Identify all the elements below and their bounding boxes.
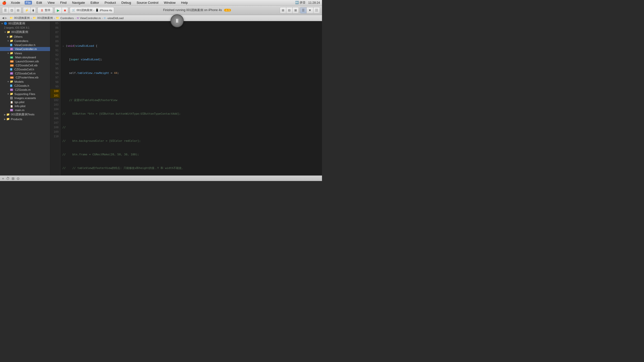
breakpoints-btn[interactable]: ⧫ xyxy=(31,7,36,13)
sidebar-item-models[interactable]: ▼ 📁 Models xyxy=(0,79,50,84)
ln-106: 106 xyxy=(50,116,60,121)
code-area[interactable]: 85 86 87 88 89 90 91 92 93 94 95 96 97 9… xyxy=(50,21,322,175)
m-file-icon-czgoods: m xyxy=(10,88,13,91)
sidebar-item-tests[interactable]: ▶ 📁 001团购案例Tests xyxy=(0,112,50,117)
menu-debug[interactable]: Debug xyxy=(120,1,132,5)
sidebar-item-supporting-files[interactable]: ▼ 📁 Supporting Files xyxy=(0,92,50,96)
ln-92: 92 xyxy=(50,53,60,57)
debug-toggle-btn[interactable]: ⊡ xyxy=(9,7,15,13)
editor-pane: 85 86 87 88 89 90 91 92 93 94 95 96 97 9… xyxy=(50,21,322,175)
stop-button[interactable]: ⏸ 暂停 xyxy=(37,7,53,14)
menu-xcode[interactable]: Xcode xyxy=(10,1,21,5)
toolbar-right: ⊞ ⊟ ⊠ ☰ ▼ ☷ xyxy=(280,7,320,14)
run-btn[interactable]: ▶ xyxy=(55,7,62,13)
sidebar-item-tgs-plist[interactable]: 📋 tgs.plist xyxy=(0,100,50,104)
ln-102: 102 xyxy=(50,98,60,103)
project-name: 001团购案例 xyxy=(8,22,25,25)
menu-find[interactable]: Find xyxy=(59,1,67,5)
project-root[interactable]: ▼ 🔵 001团购案例 xyxy=(0,21,50,26)
sidebar-item-czgoodscell-xib[interactable]: xib CZGoodsCell.xib xyxy=(0,63,50,67)
sidebar-item-czgoods-m[interactable]: m CZGoods.m xyxy=(0,88,50,92)
line-numbers: 85 86 87 88 89 90 91 92 93 94 95 96 97 9… xyxy=(50,21,60,175)
sidebar-item-info-plist[interactable]: 📋 Info.plist xyxy=(0,104,50,108)
sidebar-item-czgoodscell-m[interactable]: m CZGoodsCell.m xyxy=(0,71,50,75)
sidebar-item-others[interactable]: ▶ 📁 Others xyxy=(0,34,50,39)
plist-icon-tgs: 📋 xyxy=(10,101,13,104)
sidebar: ▼ 🔵 001团购案例 2 targets, iOS SDK 8.1 ▼ 📁 0… xyxy=(0,21,50,175)
warning-badge: ⚠ 1 xyxy=(224,9,231,12)
tests-folder-icon: 📁 xyxy=(6,113,10,116)
code-line-94: // btn.frame = CGRectMake(20, 50, 30, 10… xyxy=(62,152,322,157)
run-stop-buttons: ▶ ■ xyxy=(55,7,68,14)
history-btn[interactable]: ⏱ xyxy=(6,176,10,180)
inspector-toggle-btn[interactable]: ⊟ xyxy=(15,7,21,13)
breadcrumb-controllers[interactable]: Controllers xyxy=(60,17,74,20)
ln-99: 99 xyxy=(50,84,60,89)
menu-editor[interactable]: Editor xyxy=(90,1,100,5)
sidebar-item-launchscreen[interactable]: xib LaunchScreen.xib xyxy=(0,59,50,63)
sb-file-icon: sb xyxy=(10,56,13,59)
m-file-icon: m xyxy=(10,48,13,50)
pause-overlay-btn[interactable]: ⏸ xyxy=(171,14,184,27)
sidebar-item-viewcontroller-m[interactable]: m ViewController.m xyxy=(0,47,50,51)
layout-btn[interactable]: ⊞ xyxy=(12,176,15,180)
sidebar-item-controllers[interactable]: ▼ 📁 Controllers xyxy=(0,39,50,43)
sidebar-item-main-m[interactable]: m main.m xyxy=(0,108,50,112)
code-content[interactable]: - (void)viewDidLoad { [super viewDidLoad… xyxy=(60,21,322,175)
menu-help[interactable]: Help xyxy=(180,1,189,5)
breadcrumb-group[interactable]: 001团购案例 xyxy=(37,16,53,20)
breadcrumb-file[interactable]: ViewController.m xyxy=(80,17,101,20)
viewcontroller-m-label: ViewController.m xyxy=(15,48,37,51)
sidebar-item-czgoodscell-h[interactable]: h CZGoodsCell.h xyxy=(0,67,50,71)
sidebar-item-views[interactable]: ▼ 📁 Views xyxy=(0,51,50,55)
navigator-toggle-btn[interactable]: ☰ xyxy=(2,7,9,13)
utilities-panel-btn[interactable]: ☷ xyxy=(313,7,320,13)
editor-view-group: ⊞ ⊟ ⊠ xyxy=(280,7,299,14)
version-editor-btn[interactable]: ⊠ xyxy=(293,7,299,13)
sidebar-group-main[interactable]: ▼ 📁 001团购案例 xyxy=(0,30,50,34)
sidebar-toggle-group: ☰ ⊡ ⊟ xyxy=(2,7,21,14)
bookmark-btn[interactable]: ⊙ xyxy=(17,176,20,180)
add-bottom-btn[interactable]: + xyxy=(2,176,4,180)
project-icon: 🔵 xyxy=(4,22,7,25)
breadcrumb-method[interactable]: -viewDidLoad xyxy=(107,17,124,20)
device-name: iPhone 4s xyxy=(100,9,112,12)
sidebar-item-main-storyboard[interactable]: sb Main.storyboard xyxy=(0,55,50,59)
sidebar-item-czfooterview-xib[interactable]: xib CZFooterView.xib xyxy=(0,75,50,79)
code-line-87: [super viewDidLoad]; xyxy=(62,57,322,62)
ln-104: 104 xyxy=(50,107,60,112)
nav-back-btn[interactable]: ◀ xyxy=(2,16,4,20)
standard-editor-btn[interactable]: ⊞ xyxy=(280,7,286,13)
project-subtitle: 2 targets, iOS SDK 8.1 xyxy=(0,26,50,30)
breadcrumb-project[interactable]: 001团购案例 xyxy=(14,16,30,20)
navigator-panel-btn[interactable]: ☰ xyxy=(300,7,307,13)
menu-product[interactable]: Product xyxy=(104,1,117,5)
menu-source-control[interactable]: Source Control xyxy=(136,1,159,5)
sidebar-item-images-xcassets[interactable]: 🖼 Images.xcassets xyxy=(0,96,50,100)
models-folder-icon: 📁 xyxy=(10,80,13,83)
ln-98: 98 xyxy=(50,80,60,84)
build-analyze-btn[interactable]: ⚡ xyxy=(23,7,31,13)
ln-107: 107 xyxy=(50,121,60,125)
scheme-selector[interactable]: 🛒 001团购案例 › 📱 iPhone 4s xyxy=(70,7,114,14)
code-line-86: - (void)viewDidLoad { xyxy=(62,44,322,48)
ln-108: 108 xyxy=(50,125,60,130)
nav-forward-btn[interactable]: ▶ xyxy=(5,16,7,20)
assistant-editor-btn[interactable]: ⊟ xyxy=(286,7,293,13)
sidebar-item-viewcontroller-h[interactable]: h ViewController.h xyxy=(0,43,50,47)
menu-view[interactable]: View xyxy=(47,1,56,5)
sidebar-item-products[interactable]: ▶ 📁 Products xyxy=(0,117,50,121)
ln-86: 86 xyxy=(50,26,60,30)
ln-89: 89 xyxy=(50,39,60,44)
xib-file-icon-launch: xib xyxy=(10,60,14,63)
sidebar-item-czgoods-h[interactable]: h CZGoods.h xyxy=(0,84,50,88)
project-disclosure: ▼ xyxy=(1,22,3,25)
apple-menu[interactable]: 🍎 xyxy=(2,1,6,5)
menu-file[interactable]: File xyxy=(25,1,32,5)
menu-edit[interactable]: Edit xyxy=(35,1,43,5)
stop-btn[interactable]: ■ xyxy=(62,7,68,13)
debug-panel-btn[interactable]: ▼ xyxy=(307,7,313,13)
menu-navigate[interactable]: Navigate xyxy=(71,1,86,5)
menu-window[interactable]: Window xyxy=(163,1,177,5)
plist-icon-info: 📋 xyxy=(10,105,13,108)
